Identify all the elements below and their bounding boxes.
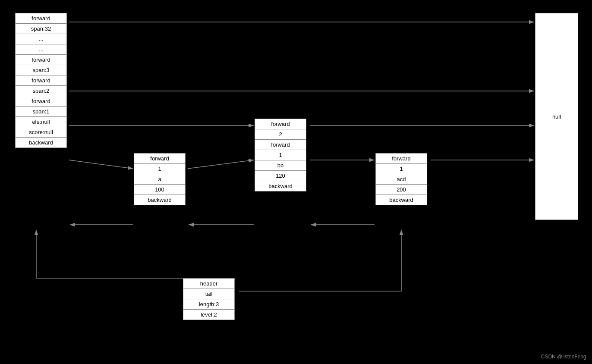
header-cell-level: level:2: [183, 310, 234, 320]
mid2-cell-1: 1: [255, 150, 306, 160]
left-cell-dots1: ...: [16, 34, 66, 44]
left-cell-score: score:null: [16, 127, 66, 138]
svg-line-5: [69, 160, 133, 169]
mid3-cell-1: 1: [376, 164, 427, 174]
left-cell-span1: span:1: [16, 107, 66, 117]
mid1-cell-100: 100: [134, 185, 185, 195]
mid3-cell-forward: forward: [376, 154, 427, 164]
left-cell-forward1: forward: [16, 13, 66, 24]
mid2-cell-forward2: forward: [255, 140, 306, 150]
mid2-cell-bb: bb: [255, 160, 306, 171]
mid1-box: forward 1 a 100 backward: [134, 153, 186, 205]
watermark: CSDN @listenFeng.: [541, 354, 588, 360]
mid1-cell-forward: forward: [134, 154, 185, 164]
mid3-box: forward 1 acd 200 backward: [375, 153, 427, 205]
left-cell-forward2: forward: [16, 55, 66, 65]
mid2-cell-backward: backward: [255, 181, 306, 191]
left-cell-forward3: forward: [16, 75, 66, 86]
mid1-cell-a: a: [134, 174, 185, 185]
svg-line-6: [188, 160, 254, 169]
left-cell-span2: span:2: [16, 86, 66, 96]
mid3-cell-acd: acd: [376, 174, 427, 185]
left-cell-span3: span:3: [16, 65, 66, 75]
left-cell-forward4: forward: [16, 96, 66, 107]
mid1-cell-backward: backward: [134, 195, 185, 205]
right-null-box: null: [535, 13, 578, 220]
left-cell-ele: ele:null: [16, 117, 66, 127]
left-box: forward span:32 ... ... forward span:3 f…: [15, 13, 67, 148]
mid2-cell-2: 2: [255, 129, 306, 140]
left-cell-backward: backward: [16, 138, 66, 147]
mid1-cell-1: 1: [134, 164, 185, 174]
header-cell-header: header: [183, 279, 234, 289]
mid3-cell-200: 200: [376, 185, 427, 195]
mid2-box: forward 2 forward 1 bb 120 backward: [255, 119, 306, 191]
header-box: header tail length:3 level:2: [183, 278, 235, 320]
left-cell-dots2: ...: [16, 44, 66, 55]
mid2-cell-forward1: forward: [255, 119, 306, 129]
mid3-cell-backward: backward: [376, 195, 427, 205]
header-cell-length: length:3: [183, 299, 234, 310]
header-cell-tail: tail: [183, 289, 234, 299]
mid2-cell-120: 120: [255, 171, 306, 181]
left-cell-span32: span:32: [16, 24, 66, 34]
null-label: null: [552, 113, 561, 120]
